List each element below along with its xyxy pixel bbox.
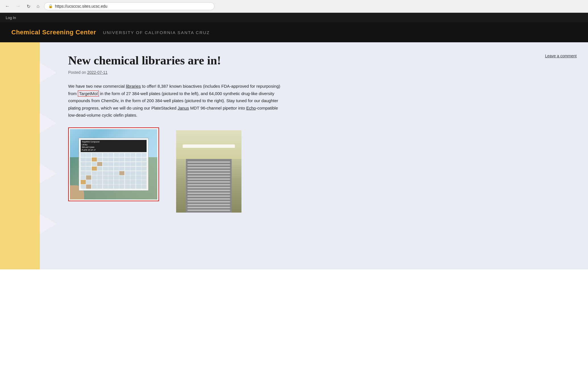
plate-well bbox=[136, 175, 141, 179]
top-nav: Log In bbox=[0, 13, 588, 22]
plate-well bbox=[125, 158, 130, 161]
stack-shelf bbox=[187, 181, 231, 183]
stack-shelf bbox=[187, 164, 231, 166]
plate-well bbox=[136, 180, 141, 184]
login-link[interactable]: Log In bbox=[6, 16, 16, 20]
plate-well bbox=[86, 158, 91, 161]
plate-well bbox=[130, 153, 135, 157]
plate-well bbox=[108, 171, 113, 175]
back-button[interactable]: ← bbox=[3, 3, 11, 10]
stack-shelf bbox=[187, 184, 231, 186]
plate-well bbox=[81, 153, 86, 157]
plate-well bbox=[108, 167, 113, 171]
plate-well bbox=[97, 167, 102, 171]
plate-well bbox=[103, 153, 108, 157]
plate-well bbox=[81, 180, 86, 184]
forward-button[interactable]: → bbox=[14, 3, 22, 10]
plate-well bbox=[103, 184, 108, 188]
plate-well bbox=[103, 180, 108, 184]
posted-on-label: Posted on bbox=[68, 70, 86, 75]
plate-well bbox=[108, 175, 113, 179]
plate-well bbox=[86, 180, 91, 184]
post-body: We have two new commercial libraries to … bbox=[68, 83, 284, 119]
plate-well bbox=[92, 162, 97, 166]
reload-button[interactable]: ↻ bbox=[25, 3, 32, 10]
plate-well bbox=[97, 184, 102, 188]
page-wrapper: Leave a comment New chemical libraries a… bbox=[0, 42, 588, 269]
stack-shelf bbox=[187, 161, 231, 163]
plate-well bbox=[103, 162, 108, 166]
plate-well bbox=[103, 158, 108, 161]
plate-well bbox=[86, 167, 91, 171]
plate-well bbox=[125, 184, 130, 188]
plate-well bbox=[114, 153, 119, 157]
plate-well bbox=[97, 180, 102, 184]
plate-well bbox=[119, 175, 124, 179]
stack-shelf bbox=[187, 178, 231, 180]
plate-well bbox=[119, 162, 124, 166]
plate-well bbox=[81, 162, 86, 166]
ceiling-light bbox=[183, 144, 235, 148]
plate-well bbox=[114, 184, 119, 188]
plate-well bbox=[141, 175, 147, 179]
plate-well bbox=[119, 171, 124, 175]
plate-well bbox=[114, 162, 119, 166]
plate-well bbox=[130, 167, 135, 171]
plate-well bbox=[125, 171, 130, 175]
plate-well bbox=[92, 175, 97, 179]
plate-well bbox=[86, 184, 91, 188]
plate-content: TargetMol Compound Library 384-well Vpla… bbox=[79, 138, 149, 191]
plate-well bbox=[130, 184, 135, 188]
plate-well bbox=[97, 158, 102, 161]
body-text-1: We have two new commercial bbox=[68, 84, 126, 89]
plate-well bbox=[81, 167, 86, 171]
plate-well bbox=[114, 171, 119, 175]
plate-well bbox=[141, 180, 147, 184]
address-bar: 🔒 bbox=[44, 2, 214, 10]
plate-well bbox=[108, 180, 113, 184]
site-title: Chemical Screening Center bbox=[11, 29, 96, 36]
plate-well bbox=[119, 158, 124, 161]
plate-well bbox=[92, 153, 97, 157]
stack-body bbox=[186, 159, 232, 213]
plate-well bbox=[136, 167, 141, 171]
plate-image-container: TargetMol Compound Library 384-well Vpla… bbox=[68, 127, 159, 201]
plate-well bbox=[119, 180, 124, 184]
stack-shelf bbox=[187, 201, 231, 203]
post-paragraph: We have two new commercial libraries to … bbox=[68, 83, 284, 119]
plate-well bbox=[119, 167, 124, 171]
stack-shelf bbox=[187, 192, 231, 194]
libraries-link[interactable]: libraries bbox=[126, 84, 141, 89]
left-sidebar-decoration bbox=[0, 42, 57, 269]
plate-well bbox=[136, 153, 141, 157]
plate-well bbox=[97, 175, 102, 179]
plate-well bbox=[130, 171, 135, 175]
plate-well bbox=[130, 158, 135, 161]
plate-well bbox=[141, 167, 147, 171]
post-meta: Posted on 2022-07-11 bbox=[68, 70, 571, 75]
plate-well bbox=[103, 167, 108, 171]
plate-well bbox=[141, 184, 147, 188]
plate-well bbox=[130, 162, 135, 166]
janus-link[interactable]: Janus bbox=[178, 106, 189, 110]
post-date-link[interactable]: 2022-07-11 bbox=[87, 70, 108, 75]
plate-well bbox=[141, 171, 147, 175]
plate-well bbox=[130, 180, 135, 184]
plate-well bbox=[136, 158, 141, 161]
plate-well bbox=[125, 153, 130, 157]
plate-well bbox=[97, 153, 102, 157]
plate-well bbox=[125, 162, 130, 166]
url-input[interactable] bbox=[55, 4, 210, 9]
targetmol-link[interactable]: TargetMol bbox=[78, 91, 99, 96]
echo-link[interactable]: Echo bbox=[246, 106, 256, 110]
stack-shelf bbox=[187, 189, 231, 192]
plate-well bbox=[92, 167, 97, 171]
stack-shelf bbox=[187, 169, 231, 172]
plate-well bbox=[119, 153, 124, 157]
home-button[interactable]: ⌂ bbox=[35, 3, 41, 10]
plate-well bbox=[114, 167, 119, 171]
stack-shelf bbox=[187, 198, 231, 200]
leave-comment-link[interactable]: Leave a comment bbox=[545, 54, 577, 58]
plate-well bbox=[114, 158, 119, 161]
body-text-4: MDT 96-channel pipettor into bbox=[189, 106, 246, 110]
